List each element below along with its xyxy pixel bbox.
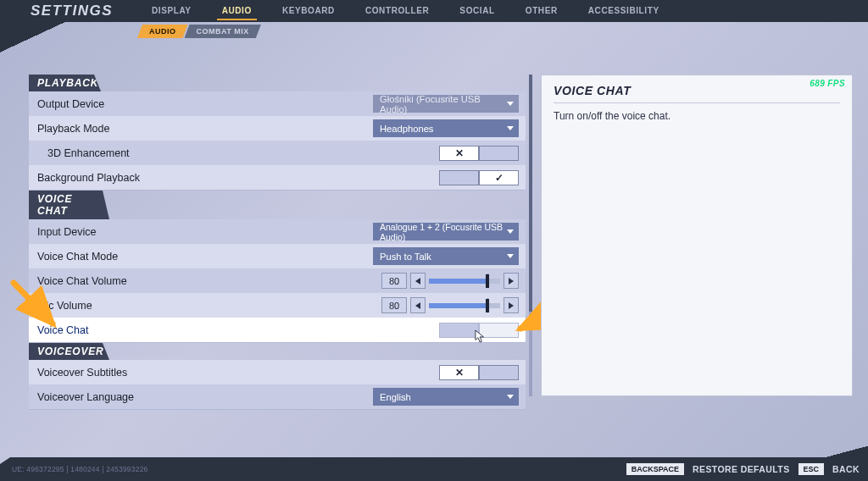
row-voiceover-subtitles: Voiceover Subtitles ✕ <box>29 360 526 384</box>
subtab-combat-mix[interactable]: COMBAT MIX <box>185 25 261 38</box>
tab-display[interactable]: DISPLAY <box>147 3 197 20</box>
label-voiceover-language: Voiceover Language <box>37 391 370 403</box>
dropdown-voice-chat-mode[interactable]: Push to Talk <box>373 247 519 265</box>
toggle-background-playback[interactable]: ✓ <box>439 170 519 185</box>
footer-bar: UE: 496372295 | 1480244 | 2453993226 BAC… <box>0 457 868 481</box>
tab-controller[interactable]: CONTROLLER <box>360 3 434 20</box>
dropdown-voice-chat-mode-value: Push to Talk <box>380 252 431 262</box>
label-3d-enhancement: 3D Enhancement <box>47 147 370 159</box>
chevron-down-icon <box>507 102 514 106</box>
subtab-audio[interactable]: AUDIO <box>137 25 188 38</box>
main-tabs: DISPLAY AUDIO KEYBOARD CONTROLLER SOCIAL… <box>147 3 665 20</box>
x-icon: ✕ <box>455 367 464 379</box>
label-output-device: Output Device <box>37 98 370 110</box>
dropdown-input-device[interactable]: Analogue 1 + 2 (Focusrite USB Audio) <box>373 223 519 240</box>
voice-chat-volume-decrease[interactable] <box>410 273 426 289</box>
tab-audio[interactable]: AUDIO <box>217 3 257 20</box>
tab-social[interactable]: SOCIAL <box>454 3 499 20</box>
label-voice-chat-toggle: Voice Chat <box>37 324 370 336</box>
voice-chat-volume-slider[interactable] <box>429 279 500 284</box>
key-esc: ESC <box>798 463 825 475</box>
label-input-device: Input Device <box>37 226 370 238</box>
label-mic-volume: Mic Volume <box>37 300 370 312</box>
restore-defaults-button[interactable]: RESTORE DEFAULTS <box>693 464 790 474</box>
settings-list: PLAYBACK Output Device Głośniki (Focusri… <box>29 75 526 410</box>
dropdown-output-device[interactable]: Głośniki (Focusrite USB Audio) <box>373 95 519 113</box>
chevron-down-icon <box>507 229 514 234</box>
row-playback-mode: Playback Mode Headphones <box>29 116 526 141</box>
dropdown-output-device-value: Głośniki (Focusrite USB Audio) <box>380 94 507 114</box>
check-icon: ✓ <box>495 172 504 184</box>
triangle-left-icon <box>415 278 420 285</box>
mic-volume-slider[interactable] <box>429 303 500 308</box>
dropdown-input-device-value: Analogue 1 + 2 (Focusrite USB Audio) <box>380 222 507 242</box>
row-voice-chat-toggle: Voice Chat <box>29 318 526 342</box>
section-header-voice-chat: VOICE CHAT <box>29 191 109 219</box>
dropdown-voiceover-language-value: English <box>380 392 411 402</box>
row-input-device: Input Device Analogue 1 + 2 (Focusrite U… <box>29 219 526 244</box>
fps-counter: 689 FPS <box>810 79 845 88</box>
key-backspace: BACKSPACE <box>626 463 684 475</box>
voice-chat-volume-increase[interactable] <box>504 273 519 289</box>
toggle-voice-chat[interactable] <box>439 323 519 338</box>
info-title: VOICE CHAT <box>554 84 840 103</box>
label-voiceover-subtitles: Voiceover Subtitles <box>37 367 370 379</box>
label-background-playback: Background Playback <box>37 172 370 184</box>
scrollbar[interactable] <box>529 75 532 396</box>
row-3d-enhancement: 3D Enhancement ✕ <box>29 141 526 165</box>
mic-volume-value: 80 <box>381 297 407 313</box>
back-button[interactable]: BACK <box>832 464 860 474</box>
triangle-right-icon <box>509 302 514 309</box>
row-background-playback: Background Playback ✓ <box>29 165 526 190</box>
triangle-left-icon <box>415 302 420 309</box>
info-panel: 689 FPS VOICE CHAT Turn on/off the voice… <box>541 75 853 396</box>
dropdown-playback-mode-value: Headphones <box>380 124 433 134</box>
label-playback-mode: Playback Mode <box>37 123 370 135</box>
row-voice-chat-volume: Voice Chat Volume 80 <box>29 268 526 293</box>
dropdown-playback-mode[interactable]: Headphones <box>373 119 519 137</box>
label-voice-chat-volume: Voice Chat Volume <box>37 275 370 287</box>
voice-chat-volume-value: 80 <box>381 273 407 289</box>
chevron-down-icon <box>507 254 514 258</box>
tab-keyboard[interactable]: KEYBOARD <box>277 3 340 20</box>
section-header-voiceover: VOICEOVER <box>29 343 109 360</box>
row-output-device: Output Device Głośniki (Focusrite USB Au… <box>29 91 526 116</box>
toggle-3d-enhancement[interactable]: ✕ <box>439 146 519 161</box>
top-bar: SETTINGS DISPLAY AUDIO KEYBOARD CONTROLL… <box>0 0 868 22</box>
dropdown-voiceover-language[interactable]: English <box>373 388 519 406</box>
toggle-voiceover-subtitles[interactable]: ✕ <box>439 365 519 380</box>
tab-other[interactable]: OTHER <box>520 3 563 20</box>
mic-volume-increase[interactable] <box>504 297 519 313</box>
tab-accessibility[interactable]: ACCESSIBILITY <box>583 3 665 20</box>
build-info: UE: 496372295 | 1480244 | 2453993226 <box>12 465 148 473</box>
row-mic-volume: Mic Volume 80 <box>29 293 526 318</box>
mic-volume-decrease[interactable] <box>410 297 426 313</box>
chevron-down-icon <box>507 126 514 130</box>
row-voice-chat-mode: Voice Chat Mode Push to Talk <box>29 244 526 268</box>
chevron-down-icon <box>507 395 514 399</box>
page-title: SETTINGS <box>7 3 113 19</box>
section-header-playback: PLAYBACK <box>29 75 101 91</box>
sub-tabs: AUDIO COMBAT MIX <box>0 22 868 41</box>
x-icon: ✕ <box>455 147 464 159</box>
info-description: Turn on/off the voice chat. <box>554 110 840 122</box>
label-voice-chat-mode: Voice Chat Mode <box>37 251 370 263</box>
triangle-right-icon <box>509 278 514 285</box>
row-voiceover-language: Voiceover Language English <box>29 384 526 409</box>
